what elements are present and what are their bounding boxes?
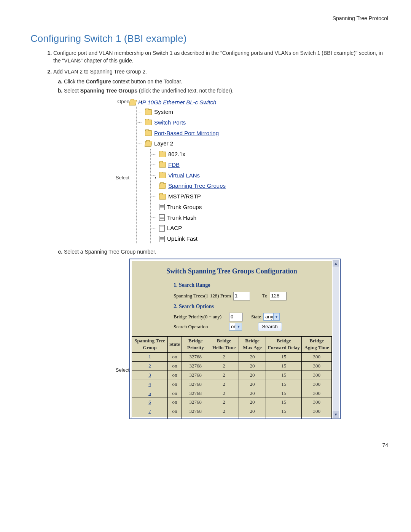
group-link[interactable]: 5 (148, 390, 151, 396)
tree-label: Layer 2 (154, 139, 173, 148)
page-title: Configuring Switch 1 (BBI example) (30, 33, 388, 45)
cell-group[interactable]: 5 (132, 389, 168, 398)
stg-table: Spanning Tree Group State Bridge Priorit… (132, 336, 332, 420)
folder-icon (159, 173, 166, 178)
callout-select-label: Select (116, 175, 129, 181)
cell-fwd: 15 (266, 353, 302, 362)
tree-label: Spanning Tree Groups (168, 182, 226, 190)
callout-select-row: Select (116, 367, 129, 374)
cell-group[interactable]: 1 (132, 353, 168, 362)
group-link[interactable]: 6 (148, 399, 151, 405)
cell-aging: 300 (302, 416, 332, 420)
step-2-text: Add VLAN 2 to Spanning Tree Group 2. (53, 69, 147, 75)
tree-root[interactable]: HP 10Gb Ethernet BL-c Switch (129, 98, 226, 107)
callout-open-label: Open (117, 99, 129, 104)
tree-uplink-fast[interactable]: UpLink Fast (151, 233, 226, 244)
group-link[interactable]: 2 (148, 363, 151, 369)
cell-hello: 2 (209, 371, 239, 380)
cell-group[interactable]: 7 (132, 407, 168, 416)
file-icon (159, 204, 165, 210)
cell-group[interactable]: 6 (132, 398, 168, 407)
cell-maxage: 20 (239, 398, 266, 407)
cell-hello: 2 (209, 416, 239, 420)
cell-fwd: 15 (266, 407, 302, 416)
cell-maxage: 20 (239, 416, 266, 420)
nav-tree: HP 10Gb Ethernet BL-c Switch System Swit… (129, 98, 226, 244)
cell-fwd: 15 (266, 389, 302, 398)
tree-trunk-hash[interactable]: Trunk Hash (151, 212, 226, 223)
tree-label: Trunk Groups (167, 203, 202, 211)
file-icon (159, 214, 165, 221)
tree-fdb[interactable]: FDB (151, 160, 226, 170)
folder-icon (159, 162, 166, 168)
table-row: 4on3276822015300 (132, 380, 332, 389)
cell-group[interactable]: 2 (132, 362, 168, 371)
cell-aging: 300 (302, 371, 332, 380)
cell-fwd: 15 (266, 362, 302, 371)
scrollbar[interactable]: ▲ ▼ (333, 260, 339, 418)
cell-group[interactable]: 4 (132, 380, 168, 389)
cell-priority: 32768 (182, 389, 209, 398)
file-icon (159, 225, 165, 232)
tree-vlans[interactable]: Virtual LANs (151, 170, 226, 181)
from-input[interactable]: 1 (233, 292, 250, 300)
group-link[interactable]: 3 (148, 372, 151, 378)
cell-priority: 32768 (182, 362, 209, 371)
cell-maxage: 20 (239, 407, 266, 416)
group-link[interactable]: 4 (148, 381, 151, 387)
step-2c: Select a Spanning Tree Group number. (64, 248, 388, 256)
table-row: 1on3276822015300 (132, 353, 332, 362)
operation-select[interactable]: or▼ (229, 323, 242, 331)
tree-label: System (154, 108, 173, 116)
cell-aging: 300 (302, 380, 332, 389)
search-button[interactable]: Search (258, 323, 282, 331)
tree-label: Port-Based Port Mirroring (154, 129, 219, 137)
to-label: To (262, 292, 268, 300)
folder-icon (159, 194, 166, 200)
operation-select-value: or (231, 323, 236, 331)
state-select-value: any (265, 313, 273, 321)
search-operation-label: Search Operation (174, 323, 227, 331)
chevron-down-icon: ▼ (236, 323, 242, 330)
bridge-priority-input[interactable]: 0 (229, 313, 243, 321)
scroll-up-icon[interactable]: ▲ (333, 260, 339, 267)
cell-maxage: 20 (239, 362, 266, 371)
text: context button on the Toolbar. (111, 78, 182, 85)
open-folder-icon (159, 183, 167, 189)
text: (click the underlined text, not the fold… (137, 88, 234, 94)
table-row: 3on3276822015300 (132, 371, 332, 380)
state-select[interactable]: any▼ (263, 313, 280, 321)
open-folder-icon (129, 100, 137, 105)
to-input[interactable]: 128 (270, 292, 287, 300)
cell-aging: 300 (302, 407, 332, 416)
cell-group[interactable]: 3 (132, 371, 168, 380)
search-form: 1. Search Range Spanning Trees(1-128) Fr… (132, 281, 332, 336)
step-2: Add VLAN 2 to Spanning Tree Group 2. Cli… (53, 68, 388, 420)
search-range-heading: 1. Search Range (174, 281, 332, 289)
group-link[interactable]: 8 (148, 417, 151, 419)
tree-lacp[interactable]: LACP (151, 223, 226, 233)
tree-switch-ports[interactable]: Switch Ports (137, 117, 226, 128)
cell-group[interactable]: 8 (132, 416, 168, 420)
tree-mstp[interactable]: MSTP/RSTP (151, 191, 226, 202)
tree-label: UpLink Fast (167, 235, 198, 243)
folder-icon (145, 120, 152, 125)
scroll-down-icon[interactable]: ▼ (333, 411, 339, 418)
tree-8021x[interactable]: 802.1x (151, 149, 226, 160)
group-link[interactable]: 1 (148, 354, 151, 359)
step-2b: Select Spanning Tree Groups (click the u… (64, 87, 388, 94)
folder-icon (159, 152, 166, 157)
cell-priority: 32768 (182, 398, 209, 407)
tree-root-label[interactable]: HP 10Gb Ethernet BL-c Switch (138, 98, 216, 107)
file-icon (159, 236, 165, 242)
tree-label: LACP (167, 224, 182, 232)
group-link[interactable]: 7 (148, 408, 151, 414)
tree-system[interactable]: System (137, 107, 226, 117)
tree-port-mirroring[interactable]: Port-Based Port Mirroring (137, 128, 226, 139)
tree-trunk-groups[interactable]: Trunk Groups (151, 202, 226, 212)
page-number: 74 (30, 442, 388, 448)
cell-hello: 2 (209, 362, 239, 371)
tree-stg[interactable]: Spanning Tree Groups (151, 181, 226, 191)
tree-layer2[interactable]: Layer 2 (137, 138, 226, 149)
tree-label: Virtual LANs (168, 171, 200, 180)
